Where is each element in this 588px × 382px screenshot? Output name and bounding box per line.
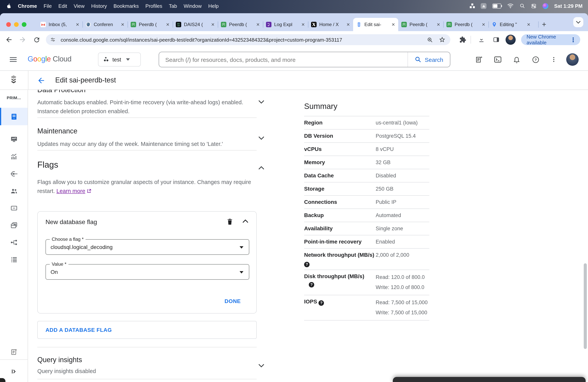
spotlight-icon[interactable] bbox=[520, 3, 525, 9]
sidebar-item-system-insights[interactable] bbox=[0, 148, 28, 165]
zoom-in-icon[interactable] bbox=[427, 36, 433, 43]
bookmark-star-icon[interactable] bbox=[439, 36, 446, 43]
flag-value-select[interactable]: Value * On bbox=[45, 264, 249, 280]
macos-menubar: Chrome File Edit View History Bookmarks … bbox=[0, 0, 588, 12]
expand-sidebar-button[interactable] bbox=[0, 362, 28, 380]
chevron-down-icon[interactable] bbox=[258, 364, 264, 368]
close-window-button[interactable] bbox=[6, 22, 11, 27]
apple-icon[interactable] bbox=[6, 3, 11, 9]
tab-search-button[interactable] bbox=[573, 17, 583, 27]
downloads-button[interactable] bbox=[477, 35, 486, 44]
search-button[interactable]: Search bbox=[408, 52, 450, 67]
close-icon[interactable]: ✕ bbox=[256, 22, 260, 27]
tab-conference[interactable]: Conferen✕ bbox=[83, 18, 127, 31]
address-bar[interactable]: console.cloud.google.com/sql/instances/s… bbox=[46, 34, 450, 45]
close-icon[interactable]: ✕ bbox=[76, 22, 79, 27]
tab-dais24[interactable]: DAIS DAIS24 (✕ bbox=[173, 18, 218, 31]
question-icon[interactable]: ? bbox=[309, 282, 314, 287]
site-settings-icon[interactable] bbox=[48, 35, 58, 44]
chevron-up-icon[interactable] bbox=[258, 166, 264, 170]
menu-history[interactable]: History bbox=[91, 3, 107, 9]
app-menu-icon[interactable] bbox=[481, 3, 486, 9]
close-icon[interactable]: ✕ bbox=[346, 22, 350, 27]
tab-peerdb-4[interactable]: Peerdb (✕ bbox=[443, 18, 488, 31]
extensions-icon[interactable] bbox=[458, 35, 467, 44]
more-vertical-icon[interactable]: ⋮ bbox=[570, 36, 576, 43]
cloud-shell-button[interactable] bbox=[493, 54, 503, 64]
browser-profile-avatar[interactable] bbox=[505, 35, 516, 45]
new-tab-button[interactable]: + bbox=[538, 18, 550, 31]
stats-menu-icon[interactable] bbox=[470, 3, 475, 8]
question-icon[interactable]: ? bbox=[304, 262, 310, 267]
back-button-page[interactable] bbox=[37, 76, 46, 85]
menu-window[interactable]: Window bbox=[184, 3, 202, 9]
menu-help[interactable]: Help bbox=[208, 3, 219, 9]
trash-icon bbox=[226, 218, 234, 226]
help-icon[interactable]: ? bbox=[530, 54, 541, 64]
maximize-window-button[interactable] bbox=[22, 22, 26, 27]
tab-peerdb-1[interactable]: Peerdb (✕ bbox=[127, 18, 173, 31]
menubar-app-name[interactable]: Chrome bbox=[18, 3, 37, 9]
collapse-flag-button[interactable] bbox=[242, 219, 249, 223]
tab-peerdb-3[interactable]: Peerdb (✕ bbox=[398, 18, 443, 31]
close-icon[interactable]: ✕ bbox=[437, 22, 440, 27]
sidebar-item-users[interactable] bbox=[0, 182, 28, 200]
close-icon[interactable]: ✕ bbox=[301, 22, 305, 27]
release-notes-button[interactable] bbox=[474, 54, 484, 64]
close-icon[interactable]: ✕ bbox=[392, 22, 395, 27]
menu-file[interactable]: File bbox=[43, 3, 52, 9]
search-input[interactable] bbox=[159, 56, 408, 63]
sidebar-item-operations[interactable] bbox=[0, 251, 28, 268]
menu-view[interactable]: View bbox=[74, 3, 84, 9]
siri-icon[interactable] bbox=[543, 3, 548, 9]
close-icon[interactable]: ✕ bbox=[482, 22, 485, 27]
bell-icon[interactable] bbox=[511, 54, 522, 64]
background-window-bar[interactable] bbox=[393, 377, 586, 382]
google-cloud-logo[interactable]: GoogleCloud bbox=[28, 55, 71, 64]
done-button[interactable]: DONE bbox=[225, 298, 241, 304]
battery-icon[interactable] bbox=[492, 3, 501, 8]
sidebar-item-connections[interactable] bbox=[0, 165, 28, 182]
close-icon[interactable]: ✕ bbox=[527, 22, 530, 27]
tab-log-explorer[interactable]: Log Expl✕ bbox=[263, 18, 308, 31]
menu-bookmarks[interactable]: Bookmarks bbox=[114, 3, 139, 9]
chrome-update-button[interactable]: New Chrome available ⋮ bbox=[521, 34, 580, 45]
sidebar-item-activity[interactable] bbox=[0, 130, 28, 148]
sidebar-item-overview[interactable] bbox=[0, 108, 28, 125]
control-center-icon[interactable] bbox=[531, 3, 537, 9]
chevron-down-icon[interactable] bbox=[258, 100, 264, 104]
sidebar-item-release-notes[interactable] bbox=[0, 343, 28, 361]
tab-inbox[interactable]: Inbox (5,✕ bbox=[37, 18, 83, 31]
close-icon[interactable]: ✕ bbox=[121, 22, 125, 27]
project-selector[interactable]: test bbox=[98, 53, 141, 66]
menu-profiles[interactable]: Profiles bbox=[146, 3, 162, 9]
wifi-icon[interactable] bbox=[507, 3, 514, 9]
back-button[interactable] bbox=[4, 35, 14, 44]
close-icon[interactable]: ✕ bbox=[166, 22, 169, 27]
tab-editing[interactable]: Editing "✕ bbox=[488, 18, 534, 31]
choose-flag-select[interactable]: Choose a flag * cloudsql.logical_decodin… bbox=[45, 239, 249, 255]
menubar-clock[interactable]: Sat 1:29 PM bbox=[554, 3, 583, 9]
reload-button[interactable] bbox=[32, 35, 41, 44]
tab-x-home[interactable]: Home / X✕ bbox=[308, 18, 353, 31]
tab-edit-sai-peerdb-test[interactable]: Edit sai-✕ bbox=[353, 18, 398, 31]
hamburger-icon[interactable] bbox=[9, 55, 18, 64]
gcp-account-avatar[interactable] bbox=[566, 53, 579, 66]
tab-peerdb-2[interactable]: Peerdb (✕ bbox=[218, 18, 263, 31]
chevron-down-icon[interactable] bbox=[258, 136, 264, 140]
menu-edit[interactable]: Edit bbox=[58, 3, 67, 9]
menu-tab[interactable]: Tab bbox=[169, 3, 177, 9]
side-panel-button[interactable] bbox=[492, 35, 501, 44]
question-icon[interactable]: ? bbox=[319, 300, 324, 306]
minimize-window-button[interactable] bbox=[14, 22, 19, 27]
sidebar-item-replicas[interactable] bbox=[0, 233, 28, 251]
forward-button[interactable] bbox=[18, 35, 27, 44]
add-database-flag-button[interactable]: ADD A DATABASE FLAG bbox=[37, 321, 257, 339]
learn-more-link[interactable]: Learn more bbox=[56, 188, 85, 194]
more-vertical-icon[interactable] bbox=[549, 54, 559, 64]
close-icon[interactable]: ✕ bbox=[211, 22, 215, 27]
delete-flag-button[interactable] bbox=[226, 218, 234, 226]
sidebar-item-backups[interactable] bbox=[0, 216, 28, 234]
sidebar-item-databases[interactable] bbox=[0, 199, 28, 217]
scrollbar[interactable] bbox=[584, 263, 587, 349]
